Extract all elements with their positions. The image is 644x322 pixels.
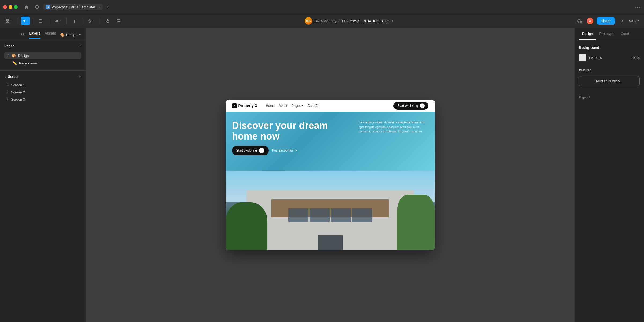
active-tab[interactable]: B Property X | BRIX Templates × <box>43 4 103 10</box>
collaborator-avatars: A <box>586 17 594 25</box>
tool-group-layout <box>4 17 13 25</box>
right-panel-tabs: Design Prototype Code <box>575 28 644 40</box>
divider <box>0 70 86 71</box>
shape-tool-button[interactable] <box>54 17 62 25</box>
publish-section: Publish Publish publicly... <box>579 68 640 86</box>
screens-section: # Screen + ⠿ Screen 1 ⠿ Screen 2 ⠿ Scree… <box>0 72 86 322</box>
logo-icon <box>232 103 237 108</box>
minimize-button[interactable] <box>9 5 12 9</box>
hand-tool-button[interactable] <box>104 17 112 25</box>
component-tool-button[interactable] <box>87 17 96 25</box>
toolbar-right: A Share 50% <box>575 17 640 25</box>
nav-about[interactable]: About <box>279 104 287 108</box>
tab-close-button[interactable]: × <box>98 5 100 9</box>
hero-cta-row: Start exploring → Post properties <box>232 146 352 155</box>
tab-label: Property X | BRIX Templates <box>51 5 96 9</box>
right-tab-prototype[interactable]: Prototype <box>596 28 617 40</box>
background-color-swatch[interactable] <box>579 54 586 61</box>
building-shape <box>246 191 414 250</box>
svg-rect-5 <box>6 21 7 23</box>
door-shape <box>318 235 343 250</box>
close-button[interactable] <box>3 5 7 9</box>
canvas-area[interactable]: Property X Home About Pages Cart (0) Sta… <box>86 28 574 322</box>
svg-rect-4 <box>8 19 9 21</box>
globe-icon[interactable] <box>33 3 41 11</box>
drag-handle-icon: ⠿ <box>6 83 9 87</box>
website-hero: Discover your dream home now Start explo… <box>226 112 435 171</box>
left-panel: Layers Assets 🎨 Design Pages + ✓ 🎨 Desig… <box>0 28 86 322</box>
svg-rect-9 <box>577 21 578 23</box>
preview-frame: Property X Home About Pages Cart (0) Sta… <box>226 100 435 250</box>
screen-item-3[interactable]: ⠿ Screen 3 <box>4 96 81 103</box>
page-item-name[interactable]: ✏️ Page name <box>4 60 81 67</box>
add-page-button[interactable]: + <box>78 43 81 49</box>
home-icon[interactable] <box>22 3 31 11</box>
greenery-left <box>226 202 267 250</box>
grid-icon: # <box>4 75 6 79</box>
search-icon[interactable] <box>21 32 25 37</box>
page-design-label: Design <box>18 54 29 58</box>
play-button[interactable] <box>618 17 626 25</box>
svg-rect-6 <box>8 21 9 23</box>
screens-header: # Screen + <box>4 74 81 79</box>
right-tab-design[interactable]: Design <box>579 28 596 40</box>
nav-cart[interactable]: Cart (0) <box>308 104 319 108</box>
hero-post-link[interactable]: Post properties <box>272 149 297 152</box>
windows-row <box>288 208 372 222</box>
title-bar: B Property X | BRIX Templates × + ··· <box>0 0 644 14</box>
right-panel: Design Prototype Code Background E5E5E5 … <box>574 28 644 322</box>
page-item-design[interactable]: ✓ 🎨 Design <box>4 52 81 59</box>
tab-layers[interactable]: Layers <box>29 31 40 39</box>
toolbar-center: BA BRIX Agency / Property X | BRIX Templ… <box>125 17 573 25</box>
move-tool-button[interactable] <box>4 17 13 25</box>
text-tool-button[interactable]: T <box>70 17 79 25</box>
zoom-control[interactable]: 50% <box>629 19 640 23</box>
svg-line-12 <box>23 35 24 36</box>
add-tab-button[interactable]: + <box>104 3 111 11</box>
more-options-button[interactable]: ··· <box>635 4 641 10</box>
tool-group-select <box>21 17 30 25</box>
hero-text: Discover your dream home now Start explo… <box>232 120 352 171</box>
tab-bar: B Property X | BRIX Templates × + <box>43 3 337 11</box>
nav-cta-button[interactable]: Start exploring → <box>393 102 428 110</box>
nav-home[interactable]: Home <box>266 104 274 108</box>
pages-header: Pages + <box>4 43 81 49</box>
website-image-section <box>226 171 435 250</box>
background-opacity-value[interactable]: 100% <box>631 56 640 60</box>
svg-rect-7 <box>39 20 42 22</box>
hero-cta-text: Start exploring <box>236 149 257 152</box>
screen-3-label: Screen 3 <box>11 97 25 101</box>
breadcrumb-project: Property X | BRIX Templates <box>342 19 389 23</box>
greenery-right <box>397 195 435 250</box>
publish-publicly-button[interactable]: Publish publicly... <box>579 76 640 86</box>
window-3 <box>331 208 351 222</box>
comment-tool-button[interactable] <box>114 17 123 25</box>
headphone-icon[interactable] <box>575 17 584 25</box>
hero-body: Lorem ipsum dolor sit amet consectetur f… <box>359 120 428 171</box>
tool-group-shape <box>54 17 62 25</box>
select-tool-button[interactable] <box>21 17 30 25</box>
hero-cta-button[interactable]: Start exploring → <box>232 146 269 155</box>
right-panel-content: Background E5E5E5 100% Publish Publish p… <box>575 40 644 105</box>
add-screen-button[interactable]: + <box>78 74 81 79</box>
nav-pages[interactable]: Pages <box>292 104 303 108</box>
drag-handle-icon: ⠿ <box>6 98 9 101</box>
chevron-down-icon[interactable]: ▾ <box>392 19 393 23</box>
maximize-button[interactable] <box>14 5 18 9</box>
tool-group-frame <box>38 17 46 25</box>
screen-item-2[interactable]: ⠿ Screen 2 <box>4 89 81 96</box>
right-tab-code[interactable]: Code <box>617 28 632 40</box>
screens-title-row: # Screen <box>4 75 20 79</box>
publish-section-label: Publish <box>579 68 640 72</box>
logo-text: Property X <box>238 104 257 108</box>
tab-assets[interactable]: Assets <box>45 31 56 39</box>
panel-tabs: Layers Assets 🎨 Design <box>0 28 86 39</box>
nav-cta-text: Start exploring <box>397 104 418 108</box>
svg-point-8 <box>89 20 90 21</box>
share-button[interactable]: Share <box>597 17 615 25</box>
screen-item-1[interactable]: ⠿ Screen 1 <box>4 82 81 88</box>
screens-title: Screen <box>8 75 19 79</box>
frame-tool-button[interactable] <box>38 17 46 25</box>
background-hex-value[interactable]: E5E5E5 <box>589 56 602 60</box>
tab-design[interactable]: 🎨 Design <box>60 33 81 37</box>
